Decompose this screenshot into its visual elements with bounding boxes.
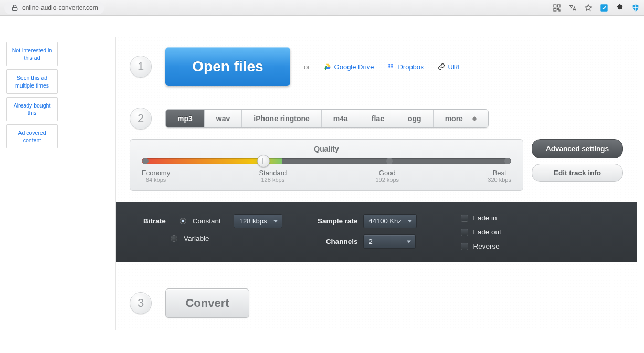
step-2-panel: 2 mp3 wav iPhone ringtone m4a flac ogg m… [116,99,637,202]
lock-icon [10,4,19,12]
quality-title: Quality [142,145,511,153]
step-number-3: 3 [130,292,152,314]
caret-down-icon [408,220,412,222]
translate-icon[interactable] [568,4,577,12]
source-url-label: URL [448,63,462,71]
svg-rect-3 [554,8,556,11]
slider-mark-good [386,158,393,164]
bitrate-constant-label: Constant [193,217,221,225]
caret-down-icon [273,220,278,222]
fadein-label: Fade in [473,214,497,222]
link-icon [438,63,445,70]
convert-button[interactable]: Convert [165,288,249,318]
browser-toolbar-icons [553,4,640,12]
samplerate-select[interactable]: 44100 Khz [363,214,417,228]
quality-label-good: Good 192 kbps [375,169,399,183]
advanced-settings-panel: Bitrate Constant 128 kbps Variable [116,202,637,262]
quality-label-best: Best 320 kbps [488,169,511,183]
shield-ext-icon[interactable] [631,4,640,12]
fadein-checkbox[interactable] [461,215,468,222]
dropbox-icon [387,63,395,70]
samplerate-label: Sample rate [314,217,358,225]
ad-choice-0[interactable]: Not interested in this ad [6,42,58,66]
svg-rect-2 [557,5,560,7]
quality-label-standard: Standard 128 kbps [259,169,287,183]
source-dropbox-label: Dropbox [398,63,424,71]
quality-slider-handle[interactable] [257,155,270,167]
edit-track-info-button[interactable]: Edit track info [532,164,623,182]
reverse-checkbox[interactable] [461,243,468,250]
fadeout-label: Fade out [473,228,501,236]
bitrate-variable-radio[interactable] [171,235,177,242]
format-tabs: mp3 wav iPhone ringtone m4a flac ogg mor… [165,109,489,128]
ad-feedback-panel: Not interested in this ad Seen this ad m… [0,37,115,330]
source-gdrive-label: Google Drive [334,63,374,71]
step-3-panel: 3 Convert [116,262,637,330]
gdrive-icon [324,63,331,70]
format-tab-wav[interactable]: wav [205,110,242,127]
reverse-label: Reverse [473,242,500,250]
converter-app: 1 Open files or Google Drive Dropbox URL [115,37,637,330]
qr-icon[interactable] [553,4,561,12]
bitrate-constant-radio[interactable] [180,218,186,224]
bitrate-label: Bitrate [143,217,166,225]
step-number-2: 2 [130,108,152,130]
step-1-panel: 1 Open files or Google Drive Dropbox URL [116,37,637,99]
chevron-updown-icon [472,116,477,121]
url-pill[interactable]: online-audio-converter.com [4,2,104,14]
ad-choice-1[interactable]: Seen this ad multiple times [6,69,58,93]
channels-label: Channels [314,238,358,245]
svg-rect-0 [12,7,17,10]
quality-card: Quality Economy 64 kbps Standard [130,139,523,191]
quality-label-economy: Economy 64 kbps [142,169,170,183]
bitrate-variable-label: Variable [184,234,209,242]
ad-choice-2[interactable]: Already bought this [6,97,58,121]
source-or: or [304,63,310,71]
format-tab-more[interactable]: more [434,110,488,127]
svg-rect-1 [554,5,556,7]
svg-rect-4 [557,8,558,9]
format-tab-flac[interactable]: flac [360,110,396,127]
browser-address-bar: online-audio-converter.com [0,0,644,16]
step-number-1: 1 [130,56,152,78]
quality-slider[interactable] [142,158,511,164]
bitrate-value-select[interactable]: 128 kbps [234,214,282,228]
format-tab-m4a[interactable]: m4a [322,110,360,127]
advanced-settings-button[interactable]: Advanced settings [532,139,623,158]
star-icon[interactable] [584,4,593,12]
slider-mark-best [504,158,511,164]
format-tab-mp3[interactable]: mp3 [166,110,205,127]
format-tab-iphone[interactable]: iPhone ringtone [242,110,322,127]
svg-rect-5 [559,10,560,11]
fadeout-checkbox[interactable] [461,229,468,236]
url-text: online-audio-converter.com [22,4,98,12]
format-tab-ogg[interactable]: ogg [396,110,434,127]
source-google-drive[interactable]: Google Drive [324,63,374,71]
source-url[interactable]: URL [438,63,462,71]
slider-mark-economy [142,158,149,164]
source-dropbox[interactable]: Dropbox [387,63,424,71]
format-tab-more-label: more [445,114,463,123]
ad-choice-3[interactable]: Ad covered content [6,124,58,148]
open-files-button[interactable]: Open files [165,47,290,86]
channels-select[interactable]: 2 [363,234,416,249]
checkbox-ext-icon[interactable] [600,4,608,12]
puzzle-ext-icon[interactable] [616,4,624,12]
caret-down-icon [407,240,411,243]
